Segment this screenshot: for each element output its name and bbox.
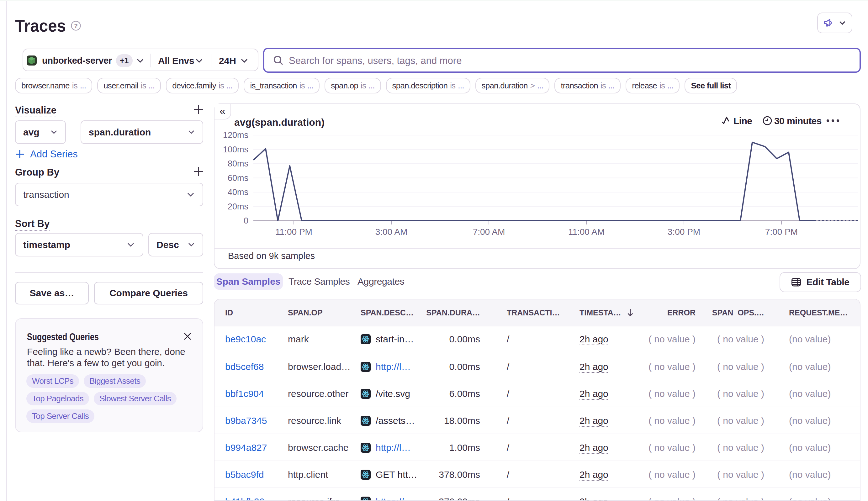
svg-text:?: ? [74,23,78,29]
